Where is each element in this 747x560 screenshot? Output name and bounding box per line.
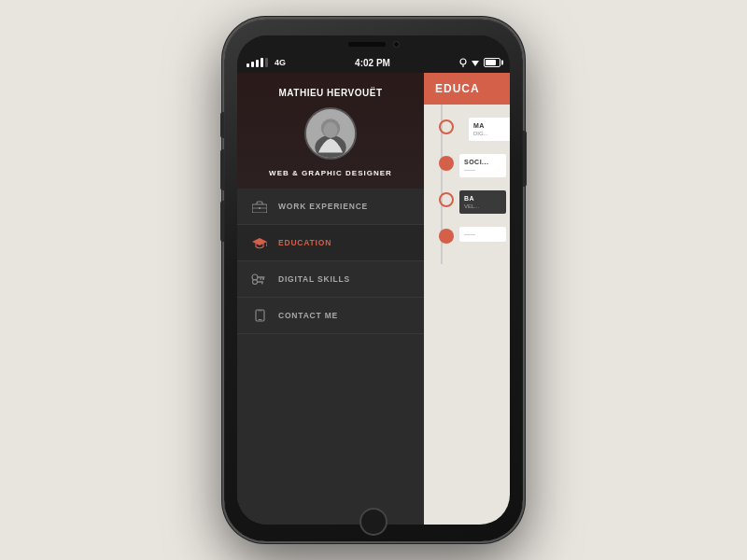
timeline-entry-4: —— bbox=[430, 227, 504, 244]
svg-rect-18 bbox=[261, 283, 263, 285]
timeline-card-3: BA VEL... bbox=[459, 190, 506, 214]
status-right bbox=[459, 58, 500, 67]
mute-button bbox=[220, 112, 224, 138]
avatar bbox=[304, 107, 357, 160]
timeline-entry-1: MA DIG... bbox=[430, 118, 504, 141]
svg-point-0 bbox=[460, 59, 466, 64]
timeline-title-3: BA bbox=[464, 195, 501, 202]
menu-item-contact[interactable]: CONTACT ME bbox=[237, 298, 424, 334]
volume-down-button bbox=[220, 201, 224, 242]
camera-area bbox=[237, 35, 510, 52]
timeline-card-4: —— bbox=[459, 227, 506, 242]
sidebar: MATHIEU HERVOUËT bbox=[237, 73, 424, 525]
phone-screen: 4G 4:02 PM bbox=[237, 52, 510, 525]
education-header: EDUCA bbox=[424, 73, 510, 105]
svg-marker-9 bbox=[252, 238, 267, 245]
timeline-dot-2 bbox=[439, 156, 454, 171]
timeline-dot-4 bbox=[439, 229, 454, 244]
battery-fill bbox=[486, 60, 496, 65]
timeline-title-2: SOCI... bbox=[464, 159, 501, 165]
menu-item-work[interactable]: WORK EXPERIENCE bbox=[237, 189, 424, 225]
timeline-card-2: SOCI... —— bbox=[459, 154, 506, 177]
location-icon bbox=[459, 58, 467, 67]
volume-up-button bbox=[220, 149, 224, 190]
signal-bars bbox=[247, 58, 268, 67]
profile-title: WEB & GRAPHIC DESIGNER bbox=[269, 169, 392, 177]
battery-icon bbox=[484, 58, 500, 67]
camera-lens bbox=[393, 41, 400, 48]
keys-icon bbox=[250, 272, 269, 287]
phone-screen-outer: 4G 4:02 PM bbox=[237, 35, 510, 525]
timeline-panel: EDUCA MA DIG... bbox=[424, 73, 510, 525]
timeline-dot-3 bbox=[439, 192, 454, 207]
timeline-content: MA DIG... SOCI... —— bbox=[424, 105, 510, 264]
svg-point-11 bbox=[266, 245, 267, 246]
svg-rect-8 bbox=[259, 207, 261, 209]
status-time: 4:02 PM bbox=[355, 58, 390, 68]
mortarboard-icon bbox=[250, 235, 269, 250]
timeline-dot-1 bbox=[439, 119, 454, 134]
timeline-sub-4: —— bbox=[464, 231, 501, 237]
menu-item-skills[interactable]: DIGITAL SKILLS bbox=[237, 261, 424, 298]
briefcase-icon bbox=[250, 199, 269, 214]
svg-rect-13 bbox=[258, 276, 265, 278]
svg-rect-17 bbox=[257, 281, 263, 283]
svg-rect-15 bbox=[261, 278, 262, 280]
phone-wrapper: 4G 4:02 PM bbox=[224, 19, 523, 541]
timeline-entry-3: BA VEL... bbox=[430, 190, 504, 214]
timeline-sub-1: DIG... bbox=[473, 131, 510, 136]
timeline-title-1: MA bbox=[473, 122, 510, 129]
home-button[interactable] bbox=[359, 508, 388, 536]
power-button bbox=[523, 131, 527, 187]
signal-icon bbox=[471, 58, 480, 67]
timeline-sub-2: —— bbox=[464, 167, 501, 173]
menu-items: WORK EXPERIENCE bbox=[237, 189, 424, 525]
status-bar: 4G 4:02 PM bbox=[237, 52, 510, 73]
menu-label-education: EDUCATION bbox=[278, 238, 331, 247]
phone-icon bbox=[250, 308, 269, 323]
svg-rect-14 bbox=[262, 278, 264, 280]
timeline-entry-2: SOCI... —— bbox=[430, 154, 504, 177]
timeline-sub-3: VEL... bbox=[464, 203, 501, 209]
profile-name: MATHIEU HERVOUËT bbox=[279, 88, 383, 98]
menu-label-skills: DIGITAL SKILLS bbox=[278, 274, 350, 284]
network-type: 4G bbox=[275, 58, 286, 67]
menu-item-education[interactable]: EDUCATION bbox=[237, 225, 424, 261]
status-left: 4G bbox=[247, 58, 286, 67]
speaker-grille bbox=[348, 42, 386, 47]
svg-rect-21 bbox=[258, 311, 262, 312]
menu-label-contact: CONTACT ME bbox=[278, 311, 338, 320]
page-container: 4G 4:02 PM bbox=[0, 0, 747, 560]
profile-section: MATHIEU HERVOUËT bbox=[237, 73, 424, 189]
menu-label-work: WORK EXPERIENCE bbox=[278, 202, 368, 211]
app-content: MATHIEU HERVOUËT bbox=[237, 73, 510, 525]
timeline-card-1: MA DIG... bbox=[469, 118, 510, 141]
svg-point-5 bbox=[324, 122, 338, 138]
